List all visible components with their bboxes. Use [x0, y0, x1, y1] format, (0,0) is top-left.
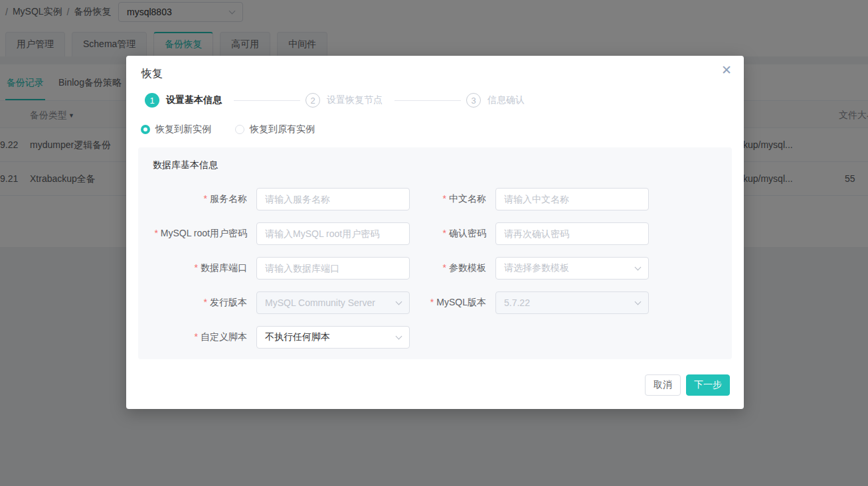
restore-target-radio-group: 恢复到新实例 恢复到原有实例 — [141, 123, 315, 135]
required-mark: * — [443, 262, 446, 273]
mysql-version-select: 5.7.22 — [495, 291, 649, 314]
step-number: 1 — [145, 93, 159, 108]
field-label-cn-name: *中文名称 — [418, 193, 486, 205]
step-number: 3 — [466, 93, 481, 108]
radio-unselected-icon — [235, 125, 244, 134]
required-mark: * — [204, 193, 207, 204]
dialog-title: 恢复 — [141, 67, 163, 81]
radio-label: 恢复到新实例 — [155, 123, 211, 135]
field-label-root-password: *MySQL root用户密码 — [153, 228, 247, 240]
step-restore-node: 2 设置恢复节点 — [305, 93, 389, 108]
field-label-custom-script: *自定义脚本 — [153, 331, 247, 343]
step-confirm-info: 3 信息确认 — [466, 93, 531, 108]
radio-restore-to-new-instance[interactable]: 恢复到新实例 — [141, 123, 211, 135]
chevron-down-icon — [396, 333, 402, 339]
steps-indicator: 1 设置基本信息 2 设置恢复节点 3 信息确认 — [145, 93, 531, 108]
required-mark: * — [443, 228, 446, 238]
required-mark: * — [204, 297, 207, 307]
required-mark: * — [195, 262, 198, 273]
field-label-db-port: *数据库端口 — [153, 262, 247, 274]
step-basic-info: 1 设置基本信息 — [145, 93, 228, 108]
param-template-select[interactable]: 请选择参数模板 — [495, 257, 649, 280]
radio-label: 恢复到原有实例 — [250, 123, 315, 135]
chevron-down-icon — [635, 298, 642, 305]
release-version-select: MySQL Community Server — [256, 291, 410, 314]
field-label-param-template: *参数模板 — [418, 262, 486, 274]
form-row: *发行版本 MySQL Community Server *MySQL版本 5.… — [153, 291, 732, 314]
chevron-down-icon — [396, 298, 402, 305]
required-mark: * — [195, 331, 198, 342]
radio-selected-icon — [141, 125, 150, 134]
confirm-password-input[interactable] — [495, 222, 649, 245]
select-value: 5.7.22 — [504, 297, 530, 308]
field-label-release-version: *发行版本 — [153, 297, 247, 309]
radio-restore-to-existing-instance[interactable]: 恢复到原有实例 — [235, 123, 315, 135]
step-label: 设置恢复节点 — [327, 94, 383, 106]
required-mark: * — [430, 297, 434, 307]
cn-name-input[interactable] — [495, 188, 649, 210]
root-password-input[interactable] — [256, 222, 410, 245]
next-step-button[interactable]: 下一步 — [686, 374, 730, 396]
dialog-footer: 取消 下一步 — [645, 374, 730, 396]
chevron-down-icon — [635, 264, 642, 270]
form-row: *自定义脚本 不执行任何脚本 — [153, 326, 732, 349]
service-name-input[interactable] — [256, 188, 410, 210]
form-row: *服务名称 *中文名称 — [153, 188, 732, 210]
form-row: *数据库端口 *参数模板 请选择参数模板 — [153, 257, 732, 280]
field-label-confirm-password: *确认密码 — [418, 228, 486, 240]
form-row: *MySQL root用户密码 *确认密码 — [153, 222, 732, 245]
select-placeholder: 请选择参数模板 — [504, 262, 569, 274]
step-connector — [234, 100, 300, 101]
db-port-input[interactable] — [256, 257, 410, 280]
section-title: 数据库基本信息 — [153, 159, 732, 171]
select-value: MySQL Community Server — [265, 297, 375, 308]
select-value: 不执行任何脚本 — [265, 331, 330, 343]
field-label-mysql-version: *MySQL版本 — [418, 297, 486, 309]
app-screen: / MySQL实例 / 备份恢复 mysql8803 用户管理 Schema管理… — [0, 0, 868, 486]
required-mark: * — [443, 193, 446, 204]
close-icon[interactable]: ✕ — [721, 64, 732, 76]
restore-dialog: 恢复 ✕ 1 设置基本信息 2 设置恢复节点 3 信息确认 恢复到新实例 — [126, 56, 744, 409]
step-number: 2 — [305, 93, 320, 108]
cancel-button[interactable]: 取消 — [645, 374, 681, 396]
step-label: 设置基本信息 — [166, 94, 222, 106]
field-label-service-name: *服务名称 — [153, 193, 247, 205]
step-label: 信息确认 — [487, 94, 525, 106]
required-mark: * — [154, 228, 157, 238]
database-basic-info-section: 数据库基本信息 *服务名称 *中文名称 *MySQL root用户密码 *确认密… — [138, 147, 732, 359]
step-connector — [394, 100, 461, 101]
custom-script-select[interactable]: 不执行任何脚本 — [256, 326, 410, 349]
